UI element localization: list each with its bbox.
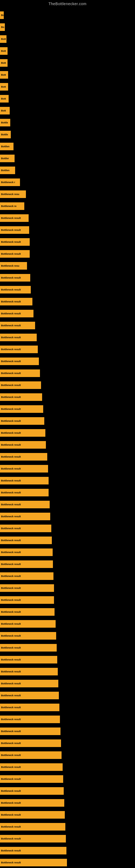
bar-label: Bottleneck result	[1, 766, 21, 769]
bar-label: Bottleneck result	[1, 456, 21, 458]
bar-label: Bottleneck r	[1, 181, 15, 184]
bar-item: Bottleneck result	[0, 286, 31, 293]
bar-row: Bottleneck result	[0, 224, 135, 236]
bar-label: Bottleneck result	[1, 754, 21, 756]
bar-label: Bottleneck result	[1, 587, 21, 589]
bar-row: Bottleneck result	[0, 319, 135, 332]
bar-row: Bottleneck result	[0, 534, 135, 546]
bar-item: Bottleneck result	[0, 763, 63, 771]
bar-label: Bottleneck result	[1, 658, 21, 661]
bar-row: Bottleneck result	[0, 678, 135, 689]
bar-label: Bottleneck result	[1, 849, 21, 852]
bar-item: Bottleneck result	[0, 226, 29, 234]
bar-label: Bottleneck result	[1, 706, 21, 709]
bar-row: Bottleneck result	[0, 702, 135, 713]
bar-label: Bottleneck result	[1, 312, 21, 315]
bar-label: Bottleneck result	[1, 443, 21, 446]
bar-row: Bottleneck result	[0, 558, 135, 570]
bar-row: Bottleneck result	[0, 236, 135, 248]
bar-row: Bottleneck result	[0, 272, 135, 284]
bar-item: Bottleneck result	[0, 704, 59, 711]
bar-row: Bottleneck result	[0, 570, 135, 582]
bar-item: Bottleneck result	[0, 369, 40, 377]
bar-label: Bottleneck result	[1, 288, 21, 291]
bar-item: Bottleneck result	[0, 644, 57, 652]
bar-item: Bottleneck r	[0, 179, 20, 186]
bar-label: Bott	[1, 38, 6, 40]
bar-item: Bottleneck result	[0, 429, 45, 437]
bar-row: Bo	[0, 21, 135, 33]
bar-row: Bottleneck result	[0, 606, 135, 618]
bar-item: Bott	[0, 59, 8, 67]
bar-item: Bottleneck result	[0, 393, 42, 401]
bar-row: Bottle	[0, 129, 135, 141]
bar-row: Bottleneck result	[0, 439, 135, 451]
bar-item: Bottle	[0, 119, 10, 126]
bar-item: Bottleneck result	[0, 823, 65, 831]
bar-label: Bottleneck result	[1, 300, 21, 303]
bar-item: Bottleneck result	[0, 441, 46, 448]
bar-row: Bottleneck result	[0, 845, 135, 857]
bar-label: Bott	[1, 109, 6, 112]
bar-label: Bottleneck result	[1, 229, 21, 231]
bar-item: Bottleneck result	[0, 358, 39, 365]
bar-row: Bottleneck result	[0, 475, 135, 487]
bar-row: Bottleneck result	[0, 821, 135, 833]
bar-label: Bottle	[1, 133, 8, 136]
bar-row: Bottleneck result	[0, 415, 135, 427]
bar-label: Bottleneck result	[1, 241, 21, 243]
bar-item: Bottleneck result	[0, 680, 58, 687]
bar-label: Bottleneck resu	[1, 265, 19, 267]
bar-item: Bottlen	[0, 166, 15, 174]
bar-row: Bott	[0, 93, 135, 105]
bar-label: Bottleneck result	[1, 479, 21, 482]
bar-item: Bottleneck result	[0, 835, 66, 842]
bar-label: Bottleneck result	[1, 622, 21, 625]
bar-row: Bottleneck result	[0, 522, 135, 534]
bar-item: Bott	[0, 83, 8, 91]
bar-item: Bottleneck result	[0, 608, 54, 616]
bar-item: Bottleneck result	[0, 811, 65, 818]
bar-row: Bottleneck result	[0, 379, 135, 391]
site-header: TheBottlenecker.com	[0, 0, 135, 7]
bar-label: Bottleneck result	[1, 730, 21, 733]
bar-row: Bottleneck result	[0, 761, 135, 773]
bar-item: Bottleneck result	[0, 405, 43, 413]
bar-label: Bottleneck result	[1, 634, 21, 637]
bar-row: Bottleneck result	[0, 642, 135, 654]
bar-item: Bottleneck result	[0, 489, 49, 496]
bar-label: Bottleneck result	[1, 515, 21, 518]
bar-item: Bottler	[0, 155, 14, 162]
bar-row: Bottleneck result	[0, 212, 135, 224]
bar-label: Bottleneck result	[1, 467, 21, 470]
bar-item: Bottleneck result	[0, 214, 29, 222]
bar-item: Bottleneck result	[0, 727, 60, 735]
bar-item: Bottleneck result	[0, 477, 49, 485]
bar-item: Bottleneck result	[0, 620, 56, 628]
bar-label: Bottleneck result	[1, 575, 21, 578]
bar-row: Bottleneck resu	[0, 260, 135, 272]
bar-label: Bottleneck resu	[1, 193, 19, 195]
bar-item: Bottleneck result	[0, 322, 35, 329]
bar-item: Bo	[0, 11, 4, 19]
bar-item: Bottleneck result	[0, 560, 53, 568]
bar-label: Bottleneck result	[1, 682, 21, 685]
bar-item: Bottleneck result	[0, 847, 66, 855]
bar-row: Bottleneck result	[0, 510, 135, 522]
bar-row: Bott	[0, 33, 135, 45]
bar-row: Bottleneck result	[0, 689, 135, 702]
bar-label: Bottleneck result	[1, 324, 21, 327]
bar-label: Bottleneck result	[1, 408, 21, 410]
bar-row: Bottleneck result	[0, 809, 135, 821]
bar-row: Bott	[0, 69, 135, 81]
bar-label: Bottleneck result	[1, 252, 21, 255]
bar-item: Bottleneck re	[0, 203, 24, 210]
bar-label: Bottleneck result	[1, 384, 21, 386]
bar-label: Bottleneck result	[1, 420, 21, 422]
bar-label: Bottle	[1, 121, 8, 124]
bar-item: Bottleneck result	[0, 775, 63, 783]
bar-label: Bottleneck result	[1, 778, 21, 780]
bar-label: Bo	[1, 26, 4, 29]
bar-item: Bottleneck result	[0, 751, 61, 759]
bar-row: Bottleneck result	[0, 785, 135, 797]
